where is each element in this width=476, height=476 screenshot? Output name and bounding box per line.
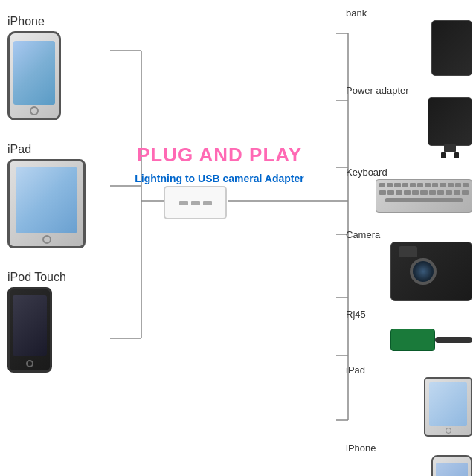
ipod-section: iPod Touch [7, 271, 66, 373]
keyboard-device [376, 179, 472, 213]
ipad-device [7, 159, 86, 248]
small-ipad-screen [429, 382, 467, 426]
bank-label: bank [346, 7, 367, 19]
adapter-device [164, 186, 227, 219]
power-adapter-section: Power adapter [338, 85, 472, 146]
headline: PLUG AND PLAY [137, 144, 302, 167]
ipod-screen [13, 295, 47, 356]
adapter-port-1 [179, 201, 188, 205]
bank-section: bank [338, 7, 472, 76]
rj45-section: Rj45 [338, 309, 472, 358]
small-iphone-section: iPhone [338, 443, 472, 476]
small-ipad-label: iPad [346, 364, 365, 376]
camera-device [390, 242, 472, 301]
ipad-home-button [42, 235, 51, 244]
power-label: Power adapter [346, 85, 409, 96]
iphone-screen [13, 41, 55, 105]
keyboard-label: Keyboard [346, 167, 387, 178]
small-iphone-label: iPhone [346, 443, 376, 454]
small-ipad-section: iPad [338, 364, 472, 437]
iphone-device [7, 31, 61, 120]
keyboard-section: Keyboard [338, 167, 472, 213]
left-column: iPhone iPad iPod Touch [0, 0, 119, 476]
camera-label: Camera [346, 229, 380, 240]
main-container: iPhone iPad iPod Touch PLUG AND PLAY [0, 0, 476, 476]
small-iphone-screen [436, 463, 468, 476]
ipod-home-button [26, 360, 33, 367]
rj45-body [390, 329, 435, 351]
camera-lens [410, 258, 437, 285]
bank-device [431, 20, 472, 76]
iphone-section: iPhone [7, 15, 61, 120]
right-column: bank Power adapter Keyboard [338, 0, 476, 476]
iphone-home-button [30, 106, 39, 115]
small-iphone-device [431, 455, 472, 476]
small-ipad-home [446, 428, 451, 434]
rj45-device [390, 321, 472, 358]
rj45-cable [435, 337, 472, 343]
camera-section: Camera [338, 229, 472, 301]
ipod-label: iPod Touch [7, 271, 66, 284]
iphone-label: iPhone [7, 15, 45, 28]
small-ipad-device [424, 377, 472, 437]
ipad-label: iPad [7, 143, 31, 156]
adapter-port-2 [191, 201, 200, 205]
ipad-section: iPad [7, 143, 86, 248]
rj45-label: Rj45 [346, 309, 366, 320]
power-adapter-device [428, 97, 472, 146]
ipod-device [7, 287, 52, 373]
ipad-screen [16, 167, 77, 233]
subtitle: Lightning to USB cameral Adapter [135, 173, 303, 184]
adapter-port-3 [203, 201, 212, 205]
